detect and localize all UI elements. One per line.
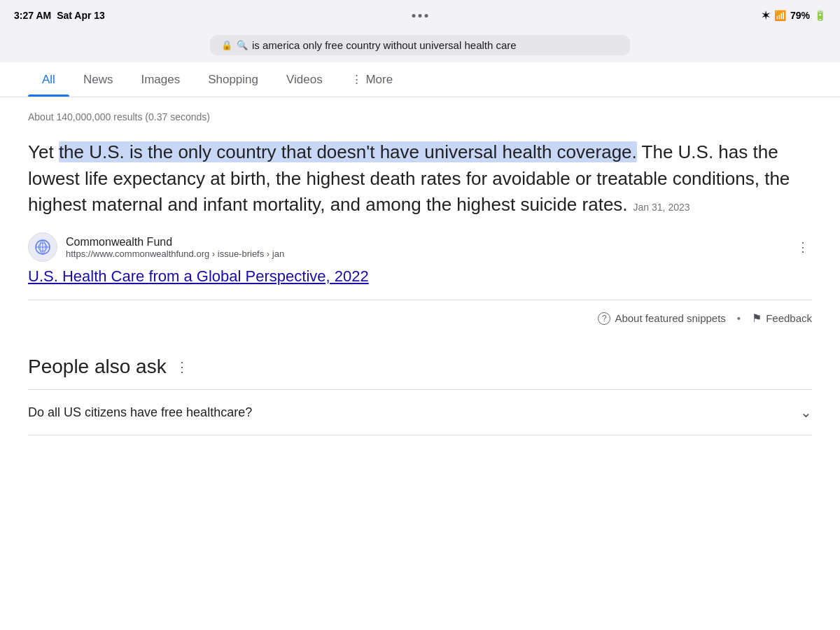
- results-count: About 140,000,000 results (0.37 seconds): [28, 111, 812, 122]
- source-favicon: [28, 232, 57, 262]
- source-name: Commonwealth Fund: [66, 236, 785, 248]
- date: Sat Apr 13: [57, 10, 105, 21]
- snippet-text: Yet the U.S. is the only country that do…: [28, 139, 812, 218]
- tab-shopping-label: Shopping: [208, 73, 258, 87]
- status-center: [412, 14, 428, 18]
- tab-all-label: All: [42, 73, 55, 87]
- tab-videos[interactable]: Videos: [272, 63, 337, 97]
- snippet-text-part1: Yet: [28, 141, 59, 162]
- tab-news-label: News: [83, 73, 113, 87]
- address-bar: 🔒 🔍 is america only free country without…: [0, 31, 840, 62]
- tab-news[interactable]: News: [69, 63, 127, 97]
- signal-icon: ✶: [762, 10, 770, 21]
- bullet-separator: •: [737, 312, 741, 324]
- source-url: https://www.commonwealthfund.org › issue…: [66, 248, 785, 259]
- about-snippets-label: About featured snippets: [615, 312, 725, 324]
- dot-2: [419, 14, 422, 18]
- featured-snippet: Yet the U.S. is the only country that do…: [28, 139, 812, 286]
- paa-title: People also ask: [28, 356, 167, 378]
- tab-videos-label: Videos: [286, 73, 323, 87]
- source-row: Commonwealth Fund https://www.commonweal…: [28, 232, 812, 262]
- dot-3: [425, 14, 428, 18]
- about-snippets-button[interactable]: ? About featured snippets: [598, 312, 725, 325]
- snippet-highlighted: the U.S. is the only country that doesn'…: [59, 141, 637, 162]
- status-right: ✶ 📶 79% 🔋: [762, 10, 826, 21]
- chevron-down-icon-0: ⌄: [800, 404, 812, 421]
- address-pill[interactable]: 🔒 🔍 is america only free country without…: [210, 35, 630, 55]
- feedback-button[interactable]: ⚑ Feedback: [752, 312, 812, 325]
- tab-more-label: ⋮ More: [351, 72, 393, 87]
- favicon-icon: [34, 239, 51, 255]
- tab-images[interactable]: Images: [127, 63, 194, 97]
- wifi-icon: 📶: [774, 10, 786, 21]
- battery-icon: 🔋: [814, 10, 826, 21]
- paa-header: People also ask ⋮: [28, 356, 812, 378]
- feedback-icon: ⚑: [752, 312, 762, 325]
- status-left: 3:27 AM Sat Apr 13: [14, 10, 105, 21]
- battery-percent: 79%: [790, 10, 810, 21]
- people-also-ask: People also ask ⋮ Do all US citizens hav…: [28, 356, 812, 435]
- search-icon: 🔍: [237, 40, 248, 50]
- nav-tabs: All News Images Shopping Videos ⋮ More: [0, 62, 840, 97]
- tab-shopping[interactable]: Shopping: [194, 63, 272, 97]
- status-bar: 3:27 AM Sat Apr 13 ✶ 📶 79% 🔋: [0, 0, 840, 31]
- dot-1: [412, 14, 416, 18]
- main-content: About 140,000,000 results (0.37 seconds)…: [0, 97, 840, 449]
- paa-more-button[interactable]: ⋮: [175, 358, 189, 375]
- paa-item-0[interactable]: Do all US citizens have free healthcare?…: [28, 390, 812, 435]
- feedback-label: Feedback: [766, 312, 812, 324]
- snippet-link[interactable]: U.S. Health Care from a Global Perspecti…: [28, 267, 812, 286]
- address-text[interactable]: is america only free country without uni…: [252, 39, 517, 51]
- tab-more[interactable]: ⋮ More: [337, 62, 407, 97]
- feedback-row: ? About featured snippets • ⚑ Feedback: [28, 300, 812, 336]
- source-more-button[interactable]: ⋮: [794, 237, 812, 258]
- snippet-date: Jan 31, 2023: [634, 202, 690, 213]
- time: 3:27 AM: [14, 10, 51, 21]
- tab-all[interactable]: All: [28, 63, 69, 97]
- tab-images-label: Images: [141, 73, 180, 87]
- paa-question-0: Do all US citizens have free healthcare?: [28, 405, 252, 420]
- source-info: Commonwealth Fund https://www.commonweal…: [66, 236, 785, 259]
- question-icon: ?: [598, 312, 610, 325]
- lock-icon: 🔒: [221, 40, 232, 50]
